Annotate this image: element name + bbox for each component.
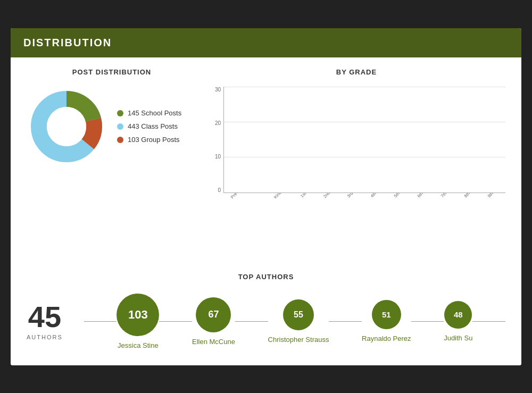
connector-line-4 [329,321,362,322]
y-label-30: 30 [207,87,221,93]
author-judith: 48 Judith Su [444,301,472,342]
connector-line-3 [235,321,268,322]
school-label: 145 School Posts [128,109,181,117]
connector-line-5 [411,321,444,322]
class-label: 443 Class Posts [128,122,178,130]
donut-chart [27,87,106,166]
legend-item-school: 145 School Posts [117,109,181,117]
connector-line-1 [84,321,117,322]
y-label-20: 20 [207,120,221,126]
donut-legend-row: 145 School Posts 443 Class Posts 103 Gro… [27,87,197,166]
connector-line-2 [159,321,192,322]
group-dot [117,137,123,143]
y-label-0: 0 [207,187,221,193]
top-section: POST DISTRIBUTION [27,68,505,257]
group-label: 103 Group Posts [128,136,180,144]
legend: 145 School Posts 443 Class Posts 103 Gro… [117,109,181,144]
author-jessica: 103 Jessica Stine [117,294,159,349]
post-distribution-title: POST DISTRIBUTION [27,68,197,76]
author-raynaldo: 51 Raynaldo Perez [362,300,411,342]
bubble-ellen: 67 [196,297,231,332]
xlabel-pre-k: Pre-Kindergarten Test [230,193,280,218]
authors-count-box: 45 AUTHORS [27,302,63,340]
post-distribution: POST DISTRIBUTION [27,68,197,257]
by-grade-title: BY GRADE [207,68,505,76]
main-content: POST DISTRIBUTION [11,57,521,365]
y-label-10: 10 [207,154,221,160]
legend-item-class: 443 Class Posts [117,122,181,130]
legend-item-group: 103 Group Posts [117,136,181,144]
author-christopher: 55 Christopher Strauss [268,299,329,344]
name-christopher: Christopher Strauss [268,336,329,344]
authors-number: 45 [28,302,61,332]
top-authors-section: TOP AUTHORS 45 AUTHORS 103 Jessica Stine [27,273,505,349]
by-grade: BY GRADE 0 10 20 30 [207,68,505,257]
name-jessica: Jessica Stine [118,341,159,349]
name-raynaldo: Raynaldo Perez [362,335,411,342]
authors-row: 45 AUTHORS 103 Jessica Stine [27,294,505,349]
page-title: DISTRIBUTION [23,37,112,48]
bubbles-container: 103 Jessica Stine 67 Ellen McCune [84,294,505,349]
bubble-christopher: 55 [283,299,314,330]
bubble-raynaldo: 51 [372,300,401,329]
name-ellen: Ellen McCune [192,338,235,346]
bubble-judith: 48 [444,301,472,329]
svg-point-3 [47,107,86,146]
bubble-jessica: 103 [117,294,159,336]
school-dot [117,110,123,116]
author-ellen: 67 Ellen McCune [192,297,235,346]
authors-label: AUTHORS [27,334,63,340]
top-authors-title: TOP AUTHORS [27,273,505,281]
header: DISTRIBUTION [11,28,521,57]
name-judith: Judith Su [444,334,472,342]
connector-line-6 [472,321,505,322]
class-dot [117,123,123,130]
outer-container: DISTRIBUTION POST DISTRIBUTION [11,28,521,365]
